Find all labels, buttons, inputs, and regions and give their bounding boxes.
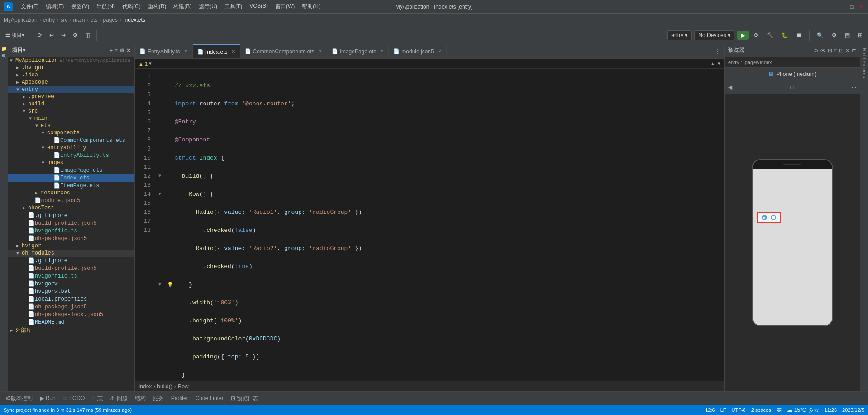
toolbar-nav-fwd-btn[interactable]: ↪: [58, 31, 68, 40]
preview-device-bar[interactable]: 🖥 Phone (medium): [725, 68, 860, 80]
tree-item-modulejson[interactable]: 📄 module.json5: [8, 197, 134, 204]
tree-item-localprops[interactable]: 📄 local.properties: [8, 295, 134, 303]
radio-1[interactable]: [762, 215, 767, 220]
tree-item-ohpackage[interactable]: 📄 oh-package.json5: [8, 235, 134, 242]
menu-bar[interactable]: 文件(F) 编辑(E) 视图(V) 导航(N) 代码(C) 重构(R) 构建(B…: [18, 2, 323, 11]
breadcrumb-item-1[interactable]: entry: [43, 17, 55, 23]
preview-nav-back[interactable]: ◀: [728, 84, 732, 90]
left-panel-icon1[interactable]: 📁: [1, 46, 7, 51]
tab-entryability-close[interactable]: ✕: [184, 48, 188, 54]
tree-item-idea[interactable]: ▶ .idea: [8, 71, 134, 79]
tree-item-pages[interactable]: ▼ pages: [8, 159, 134, 166]
menu-vcs[interactable]: VCS(S): [247, 2, 271, 11]
preview-nav-home[interactable]: □: [790, 84, 793, 90]
tree-item-imagepage[interactable]: 📄 ImagePage.ets: [8, 166, 134, 174]
tree-item-appscope[interactable]: ▶ AppScope: [8, 79, 134, 86]
tree-item-ohmodules[interactable]: ▼ oh_modules: [8, 250, 134, 257]
tree-item-gitignore2[interactable]: 📄 .gitignore: [8, 257, 134, 264]
menu-refactor[interactable]: 重构(R): [145, 2, 169, 11]
sidebar-settings-btn[interactable]: ⚙: [119, 47, 124, 54]
preview-nav-more[interactable]: ···: [852, 84, 856, 90]
notifications-label[interactable]: Notifications: [862, 48, 867, 78]
warning-up-btn[interactable]: ▴: [711, 61, 714, 66]
menu-run[interactable]: 运行(U): [196, 2, 220, 11]
preview-toolbar-icon1[interactable]: ⚙: [814, 47, 819, 54]
tree-item-gitignore[interactable]: 📄 .gitignore: [8, 212, 134, 219]
tab-modulejson-close[interactable]: ✕: [438, 48, 442, 54]
tab-commoncomponents-close[interactable]: ✕: [318, 48, 322, 54]
tree-item-commoncomponents[interactable]: 📄 CommonComponents.ets: [8, 137, 134, 144]
tree-item-myapp[interactable]: ▼ MyApplication E:\HarmonyOS\MyApplicati…: [8, 57, 134, 64]
toolbar-stop-btn[interactable]: ⏹: [794, 31, 805, 40]
menu-nav[interactable]: 导航(N): [94, 2, 118, 11]
bottom-linter-btn[interactable]: Code Linter: [193, 394, 226, 402]
sidebar-filter-btn[interactable]: ≡: [114, 47, 118, 54]
tree-item-hvigorfile2[interactable]: 📄 hvigorfile.ts: [8, 272, 134, 280]
sidebar-close-btn[interactable]: ✕: [126, 47, 131, 54]
bottom-problems-btn[interactable]: ⚠ 问题: [107, 394, 130, 403]
breadcrumb-item-0[interactable]: MyApplication: [4, 17, 38, 23]
tree-item-ohostest[interactable]: ▶ ohosTest: [8, 204, 134, 212]
preview-toolbar-icon2[interactable]: 👁: [820, 47, 826, 54]
toolbar-zoom-btn[interactable]: ⊞: [855, 31, 865, 40]
tree-item-main[interactable]: ▼ main: [8, 115, 134, 122]
toolbar-build-btn[interactable]: 🔨: [764, 31, 776, 40]
tree-item-ohpackage2[interactable]: 📄 oh-package.json5: [8, 303, 134, 311]
code-text-area[interactable]: // xxx.ets import router from '@ohos.rou…: [153, 69, 724, 381]
tab-index[interactable]: 📄 Index.ets ✕: [193, 44, 240, 59]
preview-detach[interactable]: ⊏: [852, 47, 856, 54]
entry-selector[interactable]: entry ▾: [667, 30, 692, 40]
editor-breadcrumb-index[interactable]: Index: [138, 383, 152, 390]
preview-toolbar-icon5[interactable]: ⊡: [839, 47, 844, 54]
tree-item-preview[interactable]: ▶ .preview: [8, 93, 134, 100]
tree-item-components[interactable]: ▼ components: [8, 129, 134, 137]
tab-index-close[interactable]: ✕: [231, 49, 235, 55]
left-panel-icon2[interactable]: 🔍: [1, 54, 7, 59]
menu-help[interactable]: 帮助(H): [299, 2, 323, 11]
tree-item-hvigorw[interactable]: 📄 hvigorw: [8, 280, 134, 288]
toolbar-settings2-btn[interactable]: ⚙: [829, 31, 839, 40]
menu-window[interactable]: 窗口(W): [272, 2, 297, 11]
toolbar-collapse-btn[interactable]: ◫: [82, 31, 93, 40]
tab-imagepage-close[interactable]: ✕: [380, 48, 384, 54]
toolbar-sync-btn[interactable]: ⟳: [35, 31, 45, 40]
tabs-bar[interactable]: 📄 EntryAbility.ts ✕ 📄 Index.ets ✕ 📄 Comm…: [135, 44, 724, 59]
tree-item-hvigorfile[interactable]: 📄 hvigorfile.ts: [8, 227, 134, 235]
preview-toolbar-icon3[interactable]: ⊞: [828, 47, 832, 54]
tree-item-extlibs[interactable]: ▶ 外部库: [8, 326, 134, 335]
menu-tools[interactable]: 工具(T): [222, 2, 245, 11]
bottom-profiler-btn[interactable]: Profiler: [168, 394, 191, 402]
tree-item-entryabilityts[interactable]: 📄 EntryAbility.ts: [8, 151, 134, 159]
tree-item-buildprofile2[interactable]: 📄 build-profile.json5: [8, 264, 134, 272]
sidebar-new-btn[interactable]: +: [110, 47, 113, 54]
menu-view[interactable]: 视图(V): [68, 2, 92, 11]
tree-item-hvigor2[interactable]: ▶ hvigor: [8, 242, 134, 250]
breadcrumb-item-4[interactable]: ets: [90, 17, 97, 23]
toolbar-project-btn[interactable]: ☰ 项目▾: [3, 30, 27, 40]
tree-item-ohpackagelock[interactable]: 📄 oh-package-lock.json5: [8, 311, 134, 318]
toolbar-reload-btn[interactable]: ⟳: [751, 31, 761, 40]
warning-down-btn[interactable]: ▾: [718, 61, 720, 66]
device-selector[interactable]: No Devices ▾: [694, 30, 734, 40]
editor-breadcrumb-build[interactable]: build(): [157, 383, 172, 390]
preview-toolbar-icon4[interactable]: □: [834, 47, 837, 54]
tab-modulejson[interactable]: 📄 module.json5 ✕: [389, 44, 446, 59]
tab-commoncomponents[interactable]: 📄 CommonComponents.ets ✕: [240, 44, 327, 59]
menu-code[interactable]: 代码(C): [119, 2, 143, 11]
tree-item-indexets[interactable]: 📄 Index.ets: [8, 174, 134, 182]
toolbar-layout-btn[interactable]: ▤: [842, 31, 853, 40]
tab-imagepage[interactable]: 📄 ImagePage.ets ✕: [327, 44, 389, 59]
bottom-services-btn[interactable]: 服务: [150, 394, 167, 403]
breadcrumb-item-5[interactable]: pages: [103, 17, 118, 23]
maximize-button[interactable]: □: [848, 3, 855, 10]
tab-entryability[interactable]: 📄 EntryAbility.ts ✕: [135, 44, 193, 59]
window-controls[interactable]: ─ □ ✕: [839, 3, 864, 10]
menu-file[interactable]: 文件(F): [18, 2, 41, 11]
tree-item-entryability[interactable]: ▼ entryability: [8, 144, 134, 151]
bottom-structure-btn[interactable]: 结构: [132, 394, 148, 403]
toolbar-search-btn[interactable]: 🔍: [814, 31, 826, 40]
tree-item-hvigor[interactable]: ▶ .hvigor: [8, 64, 134, 71]
tree-item-itempage[interactable]: 📄 ItemPage.ets: [8, 182, 134, 189]
tree-item-readme[interactable]: 📄 README.md: [8, 318, 134, 326]
bottom-vcs-btn[interactable]: ⑆ 版本控制: [4, 394, 35, 403]
